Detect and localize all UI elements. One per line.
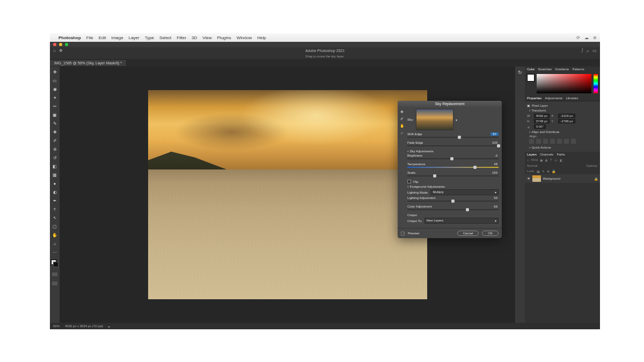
slider-thumb[interactable] [450, 157, 453, 160]
pen-tool[interactable]: ✒ [52, 197, 58, 204]
menu-view[interactable]: View [202, 35, 211, 40]
dlg-zoom-tool[interactable]: ⌕ [401, 131, 403, 135]
crop-tool[interactable]: ✂ [52, 103, 58, 109]
menu-select[interactable]: Select [159, 35, 171, 40]
color-adjustment-value[interactable]: 66 [493, 205, 499, 208]
scale-slider[interactable]: Scale150 [407, 171, 499, 176]
menu-window[interactable]: Window [237, 35, 252, 40]
lock-trans-icon[interactable]: ▦ [537, 169, 540, 173]
visibility-icon[interactable]: 👁 [527, 177, 530, 180]
sky-preset-thumbnail[interactable] [416, 109, 453, 130]
eyedropper-tool[interactable]: ✎ [52, 120, 58, 127]
sky-replacement-dialog[interactable]: Sky Replacement ✥ ✐ ✋ ⌕ Sky: ▾ Shift Edg… [398, 101, 502, 238]
history-panel-icon[interactable]: ↻ [518, 70, 522, 75]
healing-tool[interactable]: ✚ [52, 129, 58, 135]
workspace-icon[interactable]: ▭ [592, 48, 597, 53]
tab-layers[interactable]: Layers [527, 153, 537, 156]
h-field[interactable]: 5748 px [534, 119, 550, 123]
transform-section[interactable]: Transform [527, 108, 598, 113]
menu-type[interactable]: Type [145, 35, 154, 40]
filter-pixel-icon[interactable]: ▣ [540, 158, 543, 162]
status-chevron-icon[interactable]: ▸ [108, 324, 110, 328]
close-window-button[interactable] [53, 43, 56, 46]
slider-thumb[interactable] [451, 200, 455, 203]
color-field[interactable] [537, 74, 591, 93]
menu-edit[interactable]: Edit [99, 35, 106, 40]
brush-tool[interactable]: ✐ [52, 137, 58, 144]
lighting-adjustment-value[interactable]: 50 [493, 196, 499, 200]
dlg-brush-tool[interactable]: ✐ [400, 117, 404, 121]
slider-thumb[interactable] [473, 166, 477, 169]
temperature-value[interactable]: 48 [493, 162, 499, 166]
home-icon[interactable]: ⌂ [53, 48, 56, 53]
flip-checkbox-row[interactable]: Flip [407, 180, 499, 183]
temperature-slider[interactable]: Temperature48 [407, 162, 499, 168]
color-swatches[interactable] [51, 260, 58, 267]
lock-pos-icon[interactable]: ✥ [547, 169, 550, 173]
align-left[interactable] [529, 139, 534, 144]
brightness-value[interactable]: -2 [494, 154, 499, 157]
document-tab[interactable]: IMG_1585 @ 50% (Sky, Layer Mask/8) * [50, 60, 127, 66]
slider-thumb[interactable] [497, 144, 500, 147]
lighting-adjustment-slider[interactable]: Lighting Adjustment50 [407, 196, 499, 202]
x-field[interactable]: -2218 px [558, 114, 575, 118]
fade-edge-slider[interactable]: Fade Edge100 [407, 141, 499, 146]
slider-thumb[interactable] [433, 174, 436, 178]
lasso-tool[interactable]: ◉ [52, 86, 58, 92]
tab-swatches[interactable]: Swatches [538, 68, 552, 71]
menu-image[interactable]: Image [111, 35, 123, 40]
lock-paint-icon[interactable]: ✎ [542, 169, 545, 173]
brightness-slider[interactable]: Brightness-2 [407, 154, 499, 159]
flip-checkbox[interactable] [407, 180, 411, 183]
align-right[interactable] [543, 139, 548, 144]
menu-layer[interactable]: Layer [129, 35, 140, 40]
shape-tool[interactable]: ▢ [52, 223, 58, 230]
tab-libraries[interactable]: Libraries [566, 97, 578, 100]
y-field[interactable]: -2798 px [558, 119, 575, 123]
blur-tool[interactable]: ● [52, 180, 58, 187]
quick-actions-section[interactable]: Quick Actions [527, 145, 598, 150]
zoom-window-button[interactable] [65, 43, 68, 46]
color-adjustment-slider[interactable]: Color Adjustment66 [407, 205, 499, 210]
color-picker[interactable] [525, 72, 600, 95]
selection-tool[interactable]: ✦ [52, 94, 58, 101]
sync-icon[interactable]: ⟳ [576, 35, 580, 40]
dodge-tool[interactable]: ◐ [52, 189, 58, 195]
move-tool-icon[interactable]: ✥ [59, 48, 63, 53]
search-icon[interactable]: ⌕ [587, 48, 589, 53]
menu-filter[interactable]: Filter [177, 35, 186, 40]
w-field[interactable]: 8466 px [534, 114, 550, 118]
gradient-tool[interactable]: ▦ [52, 172, 58, 178]
zoom-tool[interactable]: ⌕ [52, 240, 58, 247]
lock-icon[interactable]: 🔒 [594, 177, 598, 181]
quickmask-toggle[interactable] [52, 272, 57, 276]
sky-preset-dropdown-icon[interactable]: ▾ [456, 118, 457, 122]
menu-help[interactable]: Help [257, 35, 266, 40]
wifi-icon[interactable]: ⊚ [593, 35, 597, 40]
tab-channels[interactable]: Channels [540, 153, 553, 156]
menu-plugins[interactable]: Plugins [217, 35, 231, 40]
menu-file[interactable]: File [86, 35, 93, 40]
frame-tool[interactable]: ▣ [52, 112, 58, 118]
move-tool[interactable]: ✥ [52, 69, 58, 75]
document-canvas[interactable] [148, 90, 427, 299]
minimize-window-button[interactable] [59, 43, 62, 46]
tab-paths[interactable]: Paths [557, 153, 565, 156]
filter-smart-icon[interactable]: ◧ [560, 158, 563, 162]
tab-patterns[interactable]: Patterns [572, 68, 584, 71]
tab-properties[interactable]: Properties [527, 97, 541, 100]
more-tools[interactable]: ⋯ [52, 249, 58, 255]
zoom-level[interactable]: 50% [53, 324, 60, 328]
cancel-button[interactable]: Cancel [457, 231, 479, 236]
layer-filter-kind[interactable]: Kind [531, 158, 538, 162]
filter-type-icon[interactable]: T [550, 158, 552, 162]
tab-color[interactable]: Color [527, 68, 535, 71]
slider-thumb[interactable] [458, 136, 461, 139]
hue-strip[interactable] [594, 74, 598, 93]
layer-thumbnail[interactable] [532, 175, 541, 182]
angle-field[interactable]: 0.00° [534, 124, 546, 129]
app-menu[interactable]: Photoshop [58, 35, 81, 40]
share-icon[interactable]: ⤴ [581, 48, 583, 53]
shift-edge-slider[interactable]: Shift Edge57 [407, 132, 499, 138]
layer-name[interactable]: Background [543, 177, 560, 180]
